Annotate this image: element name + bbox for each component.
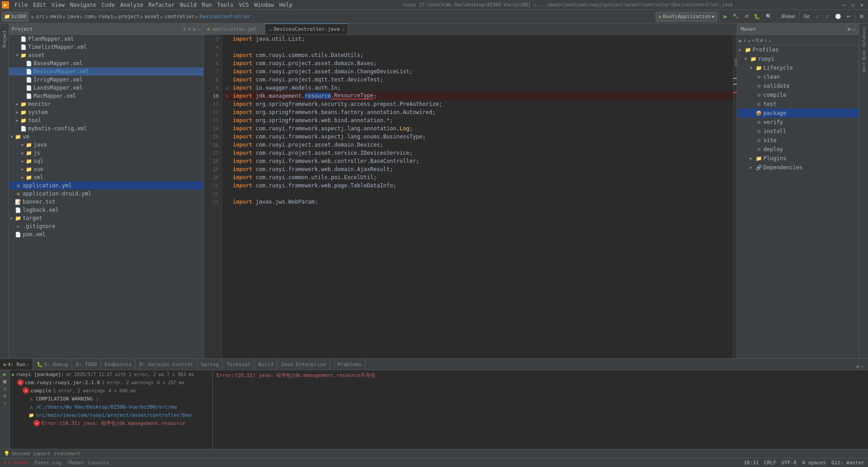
run-item-main[interactable]: ▶ ruoyi [package]: at 2020/5/7 11:17 wit… [10, 370, 212, 378]
run-side-btn-3[interactable]: ↺ [3, 386, 6, 392]
git-check1[interactable]: ✓ [814, 11, 822, 22]
menu-build[interactable]: Build [177, 0, 199, 10]
tree-item-java[interactable]: ▶ 📁 java [9, 141, 203, 149]
menu-edit[interactable]: Edit [30, 0, 49, 10]
maven-tb-btn-1[interactable]: ▶ [739, 38, 742, 44]
tree-item-tool[interactable]: ▶ 📁 tool [9, 116, 203, 124]
tree-item-application-yml[interactable]: ⚙ application.yml [9, 181, 203, 190]
menu-tools[interactable]: Tools [215, 0, 236, 10]
tree-item-sql[interactable]: ▶ 📁 sql [9, 157, 203, 165]
maven-item-ruoyi[interactable]: ▼ 📁 ruoyi [737, 54, 859, 63]
maven-item-validate[interactable]: ⚙ validate [737, 81, 859, 91]
status-indent[interactable]: 4 spaces [802, 460, 826, 466]
tree-item-landsmapper[interactable]: 📄 LandsMapper.xml [9, 84, 203, 92]
maven-tb-btn-6[interactable]: # [760, 38, 763, 44]
build-tab[interactable]: Build [254, 359, 277, 370]
tree-item-planmapper[interactable]: 📄 PlanMapper.xml [9, 35, 203, 43]
maven-item-profiles[interactable]: ▶ 📁 Profiles [737, 45, 859, 54]
maven-item-package[interactable]: 📦 package [737, 109, 859, 118]
maven-tb-btn-8[interactable]: ↗ [768, 38, 772, 44]
status-error[interactable]: ✕ 1 error [4, 460, 29, 466]
tree-item-gitignore[interactable]: ⊙ .gitignore [9, 222, 203, 230]
java-enterprise-tab[interactable]: Java Enterprise [277, 359, 330, 370]
event-log-link[interactable]: Event Log [34, 460, 62, 466]
tree-item-banner-txt[interactable]: 📝 banner.txt [9, 198, 203, 206]
run-config-selector[interactable]: ▶ RuoYiApplication ▼ [656, 12, 717, 22]
tree-item-timelistmapper[interactable]: 📄 TimelistMapper.xml [9, 43, 203, 51]
status-crlf[interactable]: CRLF [764, 460, 777, 466]
run-side-btn-5[interactable]: ↕ [3, 400, 6, 406]
maven-tb-btn-5[interactable]: M [756, 38, 759, 44]
tab-devicescontroller[interactable]: ☕ DevicesController.java ✕ [265, 24, 348, 34]
maven-settings-icon[interactable]: ⚙ [848, 26, 851, 32]
menu-window[interactable]: Window [251, 0, 276, 10]
bottom-settings-icon[interactable]: ⚙ [856, 363, 859, 370]
scrollbar-track[interactable] [733, 35, 737, 358]
project-selector[interactable]: 📁 bz300 [2, 12, 29, 22]
menu-code[interactable]: Code [99, 0, 118, 10]
tree-item-pom-xml[interactable]: 📄 pom.xml [9, 230, 203, 238]
todo-tab[interactable]: 6: TODO [72, 359, 101, 370]
tab-close-yml[interactable]: ✕ [259, 27, 261, 32]
endpoints-tab[interactable]: Endpoints [101, 359, 136, 370]
version-control-tab[interactable]: 9: Version Control [135, 359, 197, 370]
git-btn[interactable]: Git: [801, 11, 813, 22]
maven-tb-btn-3[interactable]: ↺ [747, 38, 750, 44]
sidebar-action-collapse[interactable]: ≡ [188, 26, 191, 32]
tree-item-target[interactable]: ▶ 📁 target [9, 214, 203, 222]
terminal-tab[interactable]: Terminal [223, 359, 254, 370]
settings-btn[interactable]: ⚙ [857, 11, 866, 22]
maven-item-clean[interactable]: ⚙ clean [737, 72, 859, 81]
jrebel-console-link[interactable]: JRebel Console [67, 460, 109, 466]
run-item-file[interactable]: 📁 src/main/java/com/ruoyi/project/asset/… [10, 411, 212, 419]
code-content[interactable]: import java.util.List; import com.ruoyi.… [222, 35, 733, 358]
maven-item-verify[interactable]: ⚙ verify [737, 118, 859, 127]
maven-item-compile[interactable]: ⚙ compile [737, 91, 859, 100]
status-charset[interactable]: UTF-8 [782, 460, 796, 466]
bottom-minimize-icon[interactable]: — [861, 363, 864, 370]
project-tab-btn[interactable]: Project [0, 25, 9, 52]
problems-tab[interactable]: ⚠ Problems [330, 359, 366, 370]
menu-run[interactable]: Run [199, 0, 215, 10]
sidebar-action-gear[interactable]: ⚙ [193, 26, 196, 32]
sidebar-action-close[interactable]: — [197, 26, 201, 32]
run-side-btn-1[interactable]: ▶ [3, 371, 6, 377]
menu-refactor[interactable]: Refactor [146, 0, 177, 10]
tree-item-mybatis[interactable]: 📄 mybatis-config.xml [9, 124, 203, 133]
menu-navigate[interactable]: Navigate [67, 0, 99, 10]
spring-tab[interactable]: Spring [197, 359, 223, 370]
maven-tb-btn-7[interactable]: ↑ [764, 38, 767, 44]
tree-item-logback[interactable]: 📄 logback.xml [9, 206, 203, 214]
run-item-compile[interactable]: ✕ compile 1 error, 2 warnings 4 s 648 ms [10, 386, 212, 395]
debug-tab[interactable]: 🐛 5: Debug [33, 359, 72, 370]
menu-analyze[interactable]: Analyze [117, 0, 146, 10]
run-item-error-detail[interactable]: ✕ Error:(10,31) java: 程序包jdk.management.… [10, 419, 212, 427]
run-tab[interactable]: ▶ 4: Run ✕ [0, 359, 33, 370]
menu-help[interactable]: Help [277, 0, 295, 10]
run-tab-close[interactable]: ✕ [26, 362, 29, 367]
reload-btn[interactable]: ↺ [742, 11, 751, 22]
scrollbar-thumb[interactable] [735, 57, 737, 67]
minimize-btn[interactable]: — [840, 0, 849, 10]
tree-item-asset-folder[interactable]: ▼ 📁 asset [9, 51, 203, 59]
tree-item-monitor[interactable]: ▶ 📁 monitor [9, 100, 203, 108]
tree-item-application-druid-yml[interactable]: ⚙ application-druid.yml [9, 190, 203, 198]
tree-item-vue[interactable]: ▶ 📁 vue [9, 165, 203, 173]
build-btn[interactable]: 🔨 [730, 11, 741, 22]
git-check2[interactable]: ✓ [823, 11, 832, 22]
git-history[interactable]: 🕒 [833, 11, 844, 22]
maven-item-install[interactable]: ⚙ install [737, 127, 859, 136]
git-revert[interactable]: ↩ [844, 11, 853, 22]
maven-tb-btn-2[interactable]: ⬇ [743, 38, 746, 44]
database-tab-btn[interactable]: Database [861, 25, 867, 48]
menu-file[interactable]: File [12, 0, 30, 10]
run-side-btn-4[interactable]: ≡ [3, 393, 6, 399]
run-btn[interactable]: ▶ [721, 11, 729, 22]
maven-tb-btn-4[interactable]: + [752, 38, 755, 44]
tab-application-yml[interactable]: ⚙ application.yml ✕ [204, 24, 265, 34]
run-item-warning-1[interactable]: ⚠ COMPILATION WARNING : [10, 395, 212, 403]
maven-item-lifecycle[interactable]: ▼ 📁 Lifecycle [737, 63, 859, 72]
run-item-warning-2[interactable]: ⚠ /C:/Users/Wu Hao/Desktop/BZ300-Vue/bz3… [10, 403, 212, 411]
search-btn[interactable]: 🔍 [763, 11, 774, 22]
maven-item-dependencies[interactable]: ▶ 🔗 Dependencies [737, 163, 859, 172]
